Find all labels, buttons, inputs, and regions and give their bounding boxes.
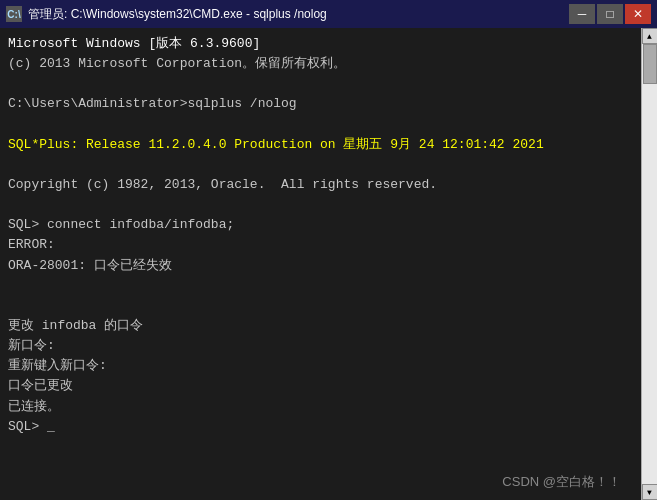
terminal-output: Microsoft Windows [版本 6.3.9600](c) 2013 …	[8, 34, 633, 437]
window-body: Microsoft Windows [版本 6.3.9600](c) 2013 …	[0, 28, 657, 500]
title-bar-left: C:\ 管理员: C:\Windows\system32\CMD.exe - s…	[6, 6, 327, 23]
close-button[interactable]: ✕	[625, 4, 651, 24]
terminal-line: 口令已更改	[8, 376, 633, 396]
terminal-line: SQL> connect infodba/infodba;	[8, 215, 633, 235]
terminal-line: 更改 infodba 的口令	[8, 316, 633, 336]
terminal-line	[8, 276, 633, 296]
minimize-button[interactable]: ─	[569, 4, 595, 24]
terminal-line: SQL> _	[8, 417, 633, 437]
terminal-line	[8, 155, 633, 175]
cmd-icon: C:\	[6, 6, 22, 22]
terminal-line: (c) 2013 Microsoft Corporation。保留所有权利。	[8, 54, 633, 74]
watermark: CSDN @空白格！！	[502, 472, 621, 492]
maximize-button[interactable]: □	[597, 4, 623, 24]
terminal-line: 重新键入新口令:	[8, 356, 633, 376]
terminal-line: 新口令:	[8, 336, 633, 356]
terminal: Microsoft Windows [版本 6.3.9600](c) 2013 …	[0, 28, 641, 500]
title-controls: ─ □ ✕	[569, 4, 651, 24]
terminal-line: ORA-28001: 口令已经失效	[8, 256, 633, 276]
terminal-line: C:\Users\Administrator>sqlplus /nolog	[8, 94, 633, 114]
terminal-line	[8, 115, 633, 135]
terminal-line: Microsoft Windows [版本 6.3.9600]	[8, 34, 633, 54]
terminal-line: ERROR:	[8, 235, 633, 255]
terminal-line: 已连接。	[8, 397, 633, 417]
scrollbar-track[interactable]	[642, 44, 657, 484]
scrollbar-thumb[interactable]	[643, 44, 657, 84]
terminal-line	[8, 74, 633, 94]
terminal-line: Copyright (c) 1982, 2013, Oracle. All ri…	[8, 175, 633, 195]
scroll-down-button[interactable]: ▼	[642, 484, 658, 500]
title-text: 管理员: C:\Windows\system32\CMD.exe - sqlpl…	[28, 6, 327, 23]
terminal-line	[8, 296, 633, 316]
scroll-up-button[interactable]: ▲	[642, 28, 658, 44]
terminal-line	[8, 195, 633, 215]
terminal-line: SQL*Plus: Release 11.2.0.4.0 Production …	[8, 135, 633, 155]
scrollbar[interactable]: ▲ ▼	[641, 28, 657, 500]
title-bar: C:\ 管理员: C:\Windows\system32\CMD.exe - s…	[0, 0, 657, 28]
